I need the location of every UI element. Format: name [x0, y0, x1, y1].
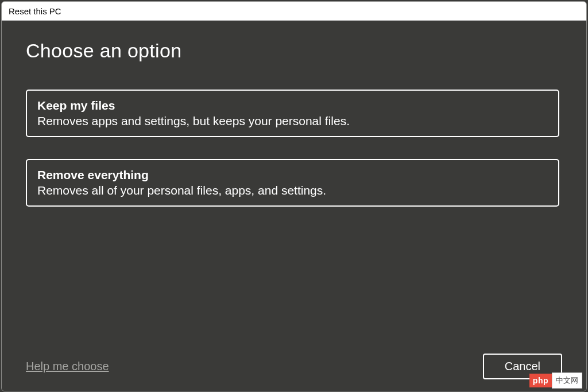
- dialog-footer: Help me choose Cancel: [26, 354, 562, 379]
- option-title: Keep my files: [37, 99, 548, 112]
- option-keep-my-files[interactable]: Keep my files Removes apps and settings,…: [26, 90, 559, 137]
- option-title: Remove everything: [37, 168, 548, 182]
- option-remove-everything[interactable]: Remove everything Removes all of your pe…: [26, 159, 559, 207]
- window-title: Reset this PC: [2, 2, 586, 21]
- watermark-text: 中文网: [552, 372, 582, 389]
- watermark-logo: php: [529, 374, 552, 387]
- options-container: Keep my files Removes apps and settings,…: [26, 90, 562, 207]
- dialog-content: Choose an option Keep my files Removes a…: [2, 21, 586, 391]
- option-description: Removes all of your personal files, apps…: [37, 184, 548, 197]
- page-heading: Choose an option: [26, 40, 562, 62]
- help-me-choose-link[interactable]: Help me choose: [26, 360, 109, 373]
- reset-pc-dialog: Reset this PC Choose an option Keep my f…: [1, 1, 587, 391]
- watermark: php 中文网: [529, 372, 582, 389]
- option-description: Removes apps and settings, but keeps you…: [37, 114, 548, 128]
